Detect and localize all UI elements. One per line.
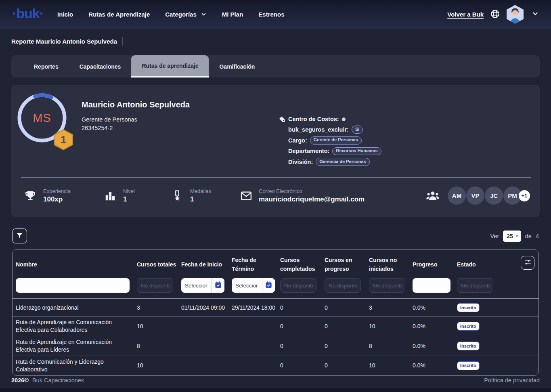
cell-cursos-totales: 8 xyxy=(137,342,181,350)
table-row[interactable]: Ruta de Aprendizaje en Comunicación Efec… xyxy=(13,316,538,336)
avatar-jc[interactable]: JC xyxy=(485,187,503,205)
profile-role: Gerente de Personas xyxy=(82,116,190,123)
nav-item-label: Inicio xyxy=(57,11,73,18)
stat-correo-electrónico: Correo Electrónicomauriciodcriquelme@gma… xyxy=(240,188,383,203)
filter-date-fecha-de-inicio[interactable]: Seleccior xyxy=(181,278,224,293)
globe-icon xyxy=(490,9,500,20)
cell-progreso: 0.0% xyxy=(413,362,457,369)
column-header-fecha-de-término: Fecha de Término xyxy=(232,256,280,273)
top-navbar: ·buk· InicioRutas de AprendizajeCategorí… xyxy=(0,0,551,29)
detail-badge: Gerente de Personas xyxy=(310,136,362,145)
cell-estado: Inscrito xyxy=(457,361,513,370)
filter-input-nombre[interactable] xyxy=(16,278,130,293)
cell-nombre: Ruta de Aprendizaje en Comunicación Efec… xyxy=(16,319,137,334)
select-caret-icon: ▼ xyxy=(515,234,519,238)
detail-label: Centro de Costos: xyxy=(288,116,339,122)
medal-icon xyxy=(171,190,183,202)
cell-cursos-totales: 3 xyxy=(137,304,181,312)
footer-year: 2026© xyxy=(11,377,29,384)
cell-no-iniciados: 3 xyxy=(369,304,413,312)
profile-card: MS 1 Mauricio Antonio Sepulveda Gerente … xyxy=(11,85,540,217)
column-header-cursos-no-iniciados: Cursos no iniciados xyxy=(369,256,413,273)
cell-progreso: 0.0% xyxy=(413,342,457,350)
tab-reportes[interactable]: Reportes xyxy=(23,55,69,78)
avatar-vp[interactable]: VP xyxy=(466,187,484,205)
column-header-progreso: Progreso xyxy=(413,260,457,269)
stat-label: Correo Electrónico xyxy=(259,188,365,194)
calendar-button[interactable] xyxy=(212,278,224,293)
stat-nivel: Nivel1 xyxy=(104,188,171,203)
nav-item-rutas-de-aprendizaje[interactable]: Rutas de Aprendizaje xyxy=(88,11,150,18)
column-header-cursos-completados: Cursos completados xyxy=(280,256,325,273)
nav-item-label: Rutas de Aprendizaje xyxy=(88,11,150,18)
calendar-button[interactable] xyxy=(262,278,275,293)
nav-item-label: Estrenos xyxy=(258,11,284,18)
filter-button[interactable] xyxy=(12,228,27,243)
buk-logo[interactable]: ·buk· xyxy=(12,6,44,23)
detail-badge: Gerencia de Personas xyxy=(316,158,370,166)
stat-value: 1 xyxy=(190,195,211,203)
stat-label: Nivel xyxy=(123,188,135,194)
person-avatar-icon xyxy=(507,18,524,24)
avatar-am[interactable]: AM xyxy=(448,187,466,205)
cell-en-progreso: 0 xyxy=(325,342,369,350)
empty-value-dot xyxy=(342,117,346,121)
detail-label: División: xyxy=(288,159,313,165)
cell-fecha-termino: 29/11/2024 18:00 xyxy=(232,304,280,312)
column-header-cursos-totales: Cursos totales xyxy=(137,260,181,269)
filter-input-progreso[interactable] xyxy=(413,278,450,293)
sliders-icon xyxy=(524,258,532,267)
cell-progreso: 0.0% xyxy=(413,304,457,312)
footer: 2026© Buk Capacitaciones Política de pri… xyxy=(0,372,551,388)
cell-en-progreso: 0 xyxy=(325,362,369,369)
nav-item-inicio[interactable]: Inicio xyxy=(57,11,73,18)
table-row[interactable]: Liderazgo organizacional301/11/2024 09:0… xyxy=(13,298,538,316)
stat-medallas: Medallas1 xyxy=(171,188,240,203)
table-row[interactable]: Ruta de Aprendizaje en Comunicación Efec… xyxy=(13,336,538,356)
nav-item-mi-plan[interactable]: Mi Plan xyxy=(222,11,243,18)
user-avatar[interactable] xyxy=(507,5,524,24)
calendar-icon xyxy=(265,281,272,290)
volver-a-buk-link[interactable]: Volver a Buk xyxy=(447,11,484,18)
tab-rutas-de-aprendizaje[interactable]: Rutas de aprendizaje xyxy=(131,55,209,78)
cell-cursos-totales: 10 xyxy=(137,362,181,369)
tab-gamificación[interactable]: Gamificación xyxy=(209,55,265,78)
cell-en-progreso: 0 xyxy=(325,323,369,330)
status-badge: Inscrito xyxy=(457,322,480,331)
envelope-icon xyxy=(240,190,252,202)
nav-item-categorías[interactable]: Categorías xyxy=(165,11,207,18)
cell-nombre: Ruta de Aprendizaje en Comunicación Efec… xyxy=(16,338,137,354)
breadcrumb-divider xyxy=(122,37,123,46)
detail-row: Cargo:Gerente de Personas xyxy=(288,136,381,145)
column-header-nombre: Nombre xyxy=(16,260,137,269)
page-size-select[interactable]: 25 ▼ xyxy=(503,231,521,242)
cell-en-progreso: 0 xyxy=(325,304,369,312)
cell-estado: Inscrito xyxy=(457,303,513,312)
avatars-more-badge[interactable]: +1 xyxy=(519,190,530,201)
cell-progreso: 0.0% xyxy=(413,323,457,330)
language-globe-button[interactable] xyxy=(490,9,500,20)
privacy-policy-link[interactable]: Política de privacidad xyxy=(484,377,540,384)
detail-row: buk_seguros_excluir:Sí xyxy=(288,126,381,134)
report-tabs: ReportesCapacitacionesRutas de aprendiza… xyxy=(11,55,540,78)
cell-no-iniciados: 10 xyxy=(369,323,413,330)
cell-estado: Inscrito xyxy=(457,342,513,350)
people-icon xyxy=(425,189,440,203)
cell-nombre: Liderazgo organizacional xyxy=(16,304,137,312)
calendar-icon xyxy=(214,281,222,290)
filter-disabled-cursos-totales: No disponib xyxy=(137,278,173,293)
profile-details: Centro de Costos:buk_seguros_excluir:SíC… xyxy=(288,115,381,169)
detail-row: División:Gerencia de Personas xyxy=(288,158,381,166)
cell-estado: Inscrito xyxy=(457,322,513,331)
detail-label: Cargo: xyxy=(288,137,307,144)
account-menu-chevron-icon[interactable] xyxy=(532,10,539,19)
filter-date-fecha-de-término[interactable]: Seleccior xyxy=(232,278,275,293)
tab-capacitaciones[interactable]: Capacitaciones xyxy=(69,55,132,78)
nav-item-estrenos[interactable]: Estrenos xyxy=(258,11,284,18)
date-placeholder: Seleccior xyxy=(181,283,212,289)
column-settings-button[interactable] xyxy=(521,256,534,270)
profile-divider xyxy=(21,177,531,178)
footer-brand: Buk Capacitaciones xyxy=(32,377,84,384)
filter-disabled-estado: No disponib xyxy=(457,278,493,293)
date-placeholder: Seleccior xyxy=(232,283,262,289)
